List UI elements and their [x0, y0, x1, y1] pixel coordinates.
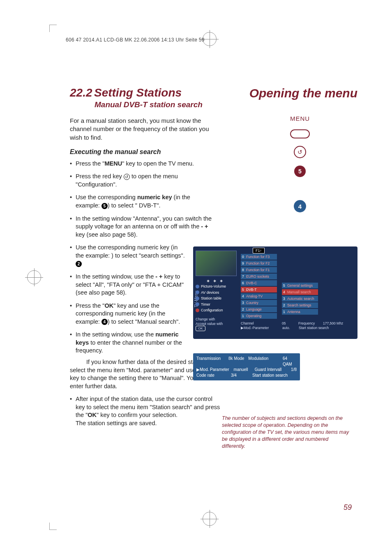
red-key-icon: ↺ — [294, 146, 306, 158]
osd-bottom-info: Channel 05 Frequency 177,500 Mhz ▶Mod.-P… — [241, 321, 355, 331]
registration-mark-bottom — [203, 512, 217, 526]
step-item: In the setting window "Antenna", you can… — [70, 215, 214, 239]
osd-ok-pill: OK — [196, 326, 205, 331]
osd-column-1: 0Function for F39Function for F28Functio… — [241, 254, 277, 319]
osd-sidebar-item: Picture-Volume — [196, 284, 238, 288]
osd-menu-item: 0Function for F3 — [241, 254, 277, 260]
crop-mark-tl — [49, 25, 57, 32]
section-subtitle: Manual DVB-T station search — [95, 100, 203, 109]
remote-diagram: MENU ↺ 5 4 — [238, 115, 362, 212]
osd-menu-item: 1Operating — [241, 313, 277, 319]
osd-sidebar-item: Timer — [196, 302, 238, 306]
step-item: In the setting window, use the - + key t… — [70, 273, 185, 297]
section-title-block: 22.2 Setting Stations Manual DVB-T stati… — [70, 86, 203, 109]
step-item: Press the "MENU" key to open the TV menu… — [70, 160, 214, 168]
osd-hint-line2: Accept value with — [196, 322, 223, 326]
osd-menu-item: 4Analog-TV — [241, 293, 277, 299]
crop-mark-bl — [49, 523, 57, 530]
osd-menu-item: 9Function for F2 — [241, 260, 277, 266]
osd-menu-item: 8Function for F1 — [241, 267, 277, 273]
osd-sidebar-item: Configuration — [196, 308, 238, 312]
osd-hint: Change with Accept value with OK — [196, 317, 223, 331]
page: 606 47 2014.A1 LCD-GB MK 22.06.2006 14:1… — [49, 25, 370, 530]
osd-start-search: Start station search — [299, 326, 329, 330]
osd-mod-value: auto. — [282, 326, 299, 330]
numeric-key-5-icon: 5 — [294, 166, 306, 177]
numeric-key-4-icon: 4 — [294, 200, 306, 212]
final-step-ok: OK — [88, 412, 97, 418]
osd-sidebar: Picture-VolumeAV devicesStation tableTim… — [196, 284, 238, 314]
osd-menu-item: 3Country — [241, 300, 277, 306]
step-item: Use the corresponding numeric key (in th… — [70, 193, 214, 210]
registration-mark-top — [203, 32, 217, 46]
steps-list-2: Use the corresponding numeric key (in th… — [70, 244, 185, 355]
osd-menu-screenshot: ✶ ✶ ✶ F1↑ TV-Menu Picture-VolumeAV devic… — [193, 246, 357, 339]
params-row: Transmission8k ModeModulation64 QAM — [196, 356, 297, 367]
osd-hint-line1: Change with — [196, 317, 215, 321]
osd-menu-item: 4Manuall search — [282, 289, 318, 295]
content-area: 22.2 Setting Stations Manual DVB-T stati… — [70, 86, 357, 428]
menu-label: MENU — [290, 115, 310, 122]
osd-f1-tab: F1↑ — [253, 248, 265, 253]
params-row: Code rate3/4Start station search — [196, 373, 297, 378]
footnote: The number of subjects and sections depe… — [222, 415, 349, 449]
section-number: 22.2 — [70, 86, 92, 99]
osd-menu-item: 6DVB-C — [241, 280, 277, 286]
osd-channel-value: 05 — [282, 321, 298, 326]
osd-menu-item: 2Search settings — [282, 302, 318, 308]
osd-sidebar-item: Station table — [196, 296, 238, 300]
osd-menu-item: 5DVB-T — [241, 287, 277, 292]
osd-sidebar-item: AV devices — [196, 290, 238, 295]
steps-list-1: Press the "MENU" key to open the TV menu… — [70, 160, 214, 239]
section-title-text: Setting Stations — [94, 86, 182, 99]
osd-mod-label: Mod.-Parameter — [244, 326, 282, 330]
osd-menu-item: 2Language — [241, 306, 277, 312]
step-item: Press the red key ↺ to open the menu "Co… — [70, 173, 214, 189]
osd-freq-value: 177,500 Mhz — [323, 321, 343, 326]
page-number: 59 — [344, 503, 352, 512]
menu-button-icon — [290, 129, 310, 138]
osd-menu-item: 5General settings — [282, 283, 318, 288]
step-item: Use the corresponding numeric key (in th… — [70, 244, 185, 268]
osd-column-2: 5General settings4Manuall search3Automat… — [282, 283, 318, 315]
final-step-line2: The station settings are saved. — [76, 420, 157, 426]
osd-thumbnail — [196, 251, 237, 276]
step-item: Press the "OK" key and use the correspon… — [70, 302, 185, 326]
final-step: After input of the station data, use the… — [70, 395, 222, 427]
params-row: ▶Mod. ParametermanuellGuard Intervall1/8 — [196, 367, 297, 373]
osd-freq-label: Frequency — [298, 321, 323, 326]
osd-stars: ✶ ✶ ✶ — [206, 279, 224, 284]
osd-menu-item: 7EURO sockets — [241, 274, 277, 279]
print-header: 606 47 2014.A1 LCD-GB MK 22.06.2006 14:1… — [66, 37, 205, 43]
step-item: In the setting window, use the numeric k… — [70, 331, 185, 355]
params-box: Transmission8k ModeModulation64 QAM▶Mod.… — [193, 353, 300, 380]
final-step-suffix: " key to confirm your selection. — [97, 412, 178, 418]
right-column: MENU ↺ 5 4 — [238, 86, 362, 212]
osd-menu-item: 3Automatic search — [282, 296, 318, 302]
osd-channel-label: Channel — [241, 321, 282, 326]
registration-mark-left — [27, 270, 41, 284]
intro-paragraph: For a manual station search, you must kn… — [70, 117, 222, 142]
osd-menu-item: 1Antenna — [282, 309, 318, 315]
